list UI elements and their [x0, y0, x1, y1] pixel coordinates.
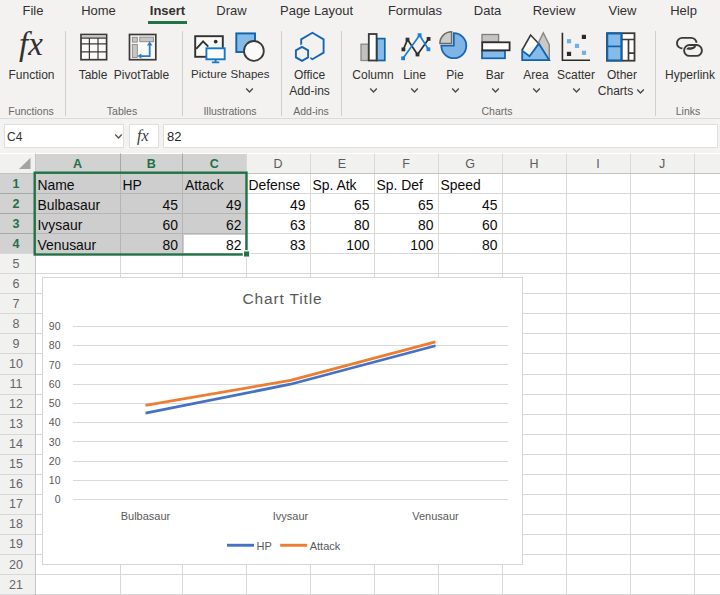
svg-text:90: 90 [49, 320, 61, 332]
svg-text:60: 60 [49, 378, 61, 390]
svg-text:Attack: Attack [310, 540, 341, 552]
svg-text:Ivysaur: Ivysaur [273, 510, 309, 522]
svg-text:10: 10 [49, 474, 61, 486]
svg-text:0: 0 [55, 493, 61, 505]
svg-text:70: 70 [49, 359, 61, 371]
svg-text:Chart Title: Chart Title [243, 290, 323, 307]
svg-text:20: 20 [49, 455, 61, 467]
svg-text:80: 80 [49, 339, 61, 351]
svg-text:50: 50 [49, 397, 61, 409]
svg-text:Venusaur: Venusaur [412, 510, 459, 522]
svg-text:30: 30 [49, 436, 61, 448]
svg-text:Bulbasaur: Bulbasaur [121, 510, 171, 522]
svg-text:40: 40 [49, 416, 61, 428]
svg-text:HP: HP [257, 540, 272, 552]
